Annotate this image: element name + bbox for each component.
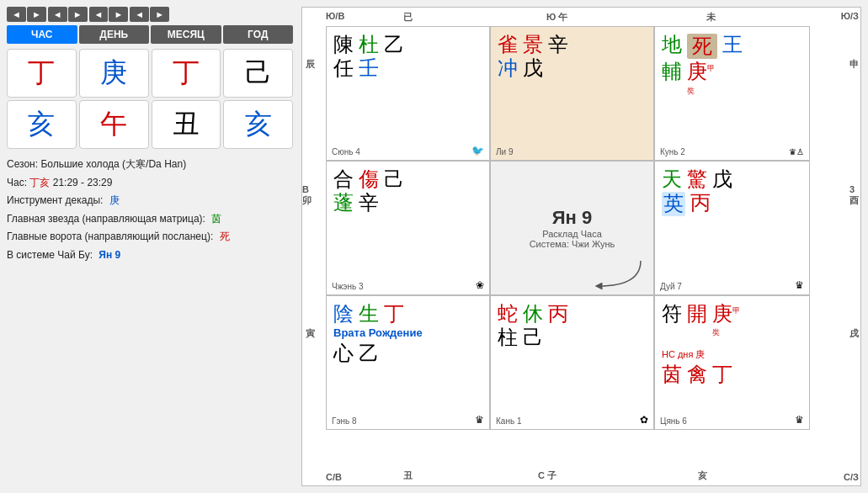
season-line: Сезон: Большие холода (大寒/Da Han) <box>7 156 293 174</box>
w-sector-name: Дуй 7 <box>660 282 682 291</box>
nav-pair-3: ◄ ► <box>89 7 129 22</box>
ne-char-ding: 丁 <box>384 303 404 325</box>
ne-char-xin3: 心 <box>333 342 354 364</box>
dir-label-si: 已 <box>403 11 413 24</box>
ne-extra: Врата Рождение <box>330 325 486 341</box>
pillar-month-bottom: 丑 <box>152 100 221 149</box>
e-sector-name: Чжэнь 3 <box>332 282 364 291</box>
pillar-year-bottom: 亥 <box>223 100 293 149</box>
main-star-line: Главная звезда (направляющая матрица): 茵 <box>7 210 293 229</box>
dir-label-sv: С/В <box>326 472 342 482</box>
n-char-xiu: 休 <box>523 303 543 325</box>
w-char-ying: 英 <box>663 192 684 215</box>
w-char-tian: 天 <box>662 168 682 190</box>
ne-char-yin: 陰 <box>333 303 354 325</box>
sector-n: 蛇 休 丙 柱 己 Кань 1 ✿ <box>490 295 654 430</box>
n-sector-name: Кань 1 <box>496 416 521 426</box>
n-icon: ✿ <box>640 414 648 426</box>
nw-char-geng2: 庚甲奘 <box>712 303 740 347</box>
sw-char-geng: 庚甲奘 <box>687 61 715 105</box>
nw-char-qin: 禽 <box>687 363 707 385</box>
nav-next-3[interactable]: ► <box>109 7 128 22</box>
ne-char-sheng: 生 <box>359 303 379 325</box>
sw-char-di: 地 <box>662 34 682 56</box>
decade-line: Инструмент декады: 庚 <box>7 192 293 210</box>
sector-e: 合 傷 己 蓬 辛 Чжэнь 3 ❀ <box>326 161 490 295</box>
nav-pair-2: ◄ ► <box>48 7 88 22</box>
nav-prev-4[interactable]: ◄ <box>130 7 149 22</box>
dir-label-hai: 亥 <box>698 469 707 482</box>
nw-icon: ♛ <box>795 414 804 426</box>
main-gate-line: Главные ворота (направляющий посланец): … <box>7 228 293 246</box>
sector-se: 陳 杜 乙 任 壬 Сюнь 4 🐦 <box>326 26 490 161</box>
s-sector-name: Ли 9 <box>496 147 514 156</box>
se-char-wang: 壬 <box>359 57 379 79</box>
pillar-year-top: 己 <box>223 49 293 98</box>
n-char-zhu: 柱 <box>498 326 518 348</box>
s-char-chong: 冲 <box>498 57 518 79</box>
w-char-wu2: 戊 <box>712 168 732 190</box>
w-icon: ♛ <box>795 279 804 291</box>
nw-char-yin2: 茵 <box>662 363 682 385</box>
sw-sector-name: Кунь 2 <box>660 147 685 156</box>
left-panel: ◄ ► ◄ ► ◄ ► ◄ ► ЧАС ДЕНЬ МЕСЯЦ ГОД 丁 庚 丁… <box>7 7 293 486</box>
ne-icon: ♛ <box>475 414 484 426</box>
pillar-grid: 丁 庚 丁 己 亥 午 丑 亥 <box>7 49 293 149</box>
e-char-xin2: 辛 <box>359 192 379 214</box>
nav-controls: ◄ ► ◄ ► ◄ ► ◄ ► <box>7 7 293 22</box>
dir-label-sz: С/З <box>844 472 859 482</box>
sector-sw: 地 死 王 輔 庚甲奘 Кунь 2 ♛♙ <box>654 26 810 161</box>
dir-label-yuz: Ю/З <box>841 11 859 21</box>
se-char-chen: 陳 <box>333 34 354 56</box>
nav-next-2[interactable]: ► <box>68 7 88 22</box>
s-char-xin: 辛 <box>548 34 568 56</box>
tab-row: ЧАС ДЕНЬ МЕСЯЦ ГОД <box>7 25 293 44</box>
sector-ne: 陰 生 丁 Врата Рождение 心 乙 Гэнь 8 ♛ <box>326 295 490 430</box>
nav-prev-3[interactable]: ◄ <box>89 7 109 22</box>
nav-pair-4: ◄ ► <box>130 7 169 22</box>
w-char-bing: 丙 <box>690 192 711 214</box>
s-char-wu: 戊 <box>523 57 543 79</box>
dir-label-chen: 辰 <box>306 58 315 71</box>
hour-line: Час: 丁亥 21:29 - 23:29 <box>7 174 293 193</box>
dir-label-wei: 未 <box>706 11 716 24</box>
tab-month[interactable]: МЕСЯЦ <box>151 25 221 44</box>
tab-year[interactable]: ГОД <box>223 25 294 44</box>
nw-char-fu: 符 <box>662 303 682 325</box>
sw-char-si: 死 <box>692 34 712 57</box>
dir-label-chou: 丑 <box>403 469 413 482</box>
sw-icon: ♛♙ <box>789 147 804 156</box>
se-sector-name: Сюнь 4 <box>332 147 360 156</box>
center-subtitle2: Система: Чжи Жунь <box>530 239 615 249</box>
chai-bu-line: В системе Чай Бу: Ян 9 <box>7 246 293 265</box>
nav-prev-1[interactable]: ◄ <box>7 7 26 22</box>
n-char-she: 蛇 <box>498 303 518 325</box>
nw-ns-label: НС дня 庚 <box>658 347 806 362</box>
nw-char-kai: 開 <box>687 303 707 325</box>
ne-sector-name: Гэнь 8 <box>332 416 357 426</box>
se-char-ren: 任 <box>333 57 354 79</box>
se-char-yi: 乙 <box>384 34 404 56</box>
center-subtitle1: Расклад Часа <box>542 229 602 239</box>
pillar-month-top: 丁 <box>152 49 221 98</box>
sector-grid: 陳 杜 乙 任 壬 Сюнь 4 🐦 雀 景 辛 <box>326 26 860 467</box>
tab-day[interactable]: ДЕНЬ <box>79 25 150 44</box>
center-title: Ян 9 <box>552 207 592 229</box>
sw-char-wang: 王 <box>722 34 743 56</box>
sw-death-cell: 死 <box>687 34 717 59</box>
info-section: Сезон: Большие холода (大寒/Da Han) Час: 丁… <box>7 156 293 265</box>
nav-next-1[interactable]: ► <box>27 7 46 22</box>
nav-prev-2[interactable]: ◄ <box>48 7 67 22</box>
sw-char-fu: 輔 <box>662 61 682 82</box>
pillar-day-bottom: 午 <box>79 100 149 149</box>
n-char-bing2: 丙 <box>548 303 568 325</box>
tab-hour[interactable]: ЧАС <box>7 25 77 44</box>
se-char-du: 杜 <box>359 34 379 56</box>
e-char-he: 合 <box>333 168 354 190</box>
sector-w: 天 驚 戊 英 丙 Дуй 7 ♛ <box>654 161 810 295</box>
e-char-ji: 己 <box>384 168 404 190</box>
e-icon: ❀ <box>476 279 484 291</box>
nav-next-4[interactable]: ► <box>150 7 169 22</box>
s-char-jing: 景 <box>523 34 543 56</box>
sector-nw: 符 開 庚甲奘 НС дня 庚 茵 禽 丁 Цянь 6 ♛ <box>654 295 810 430</box>
